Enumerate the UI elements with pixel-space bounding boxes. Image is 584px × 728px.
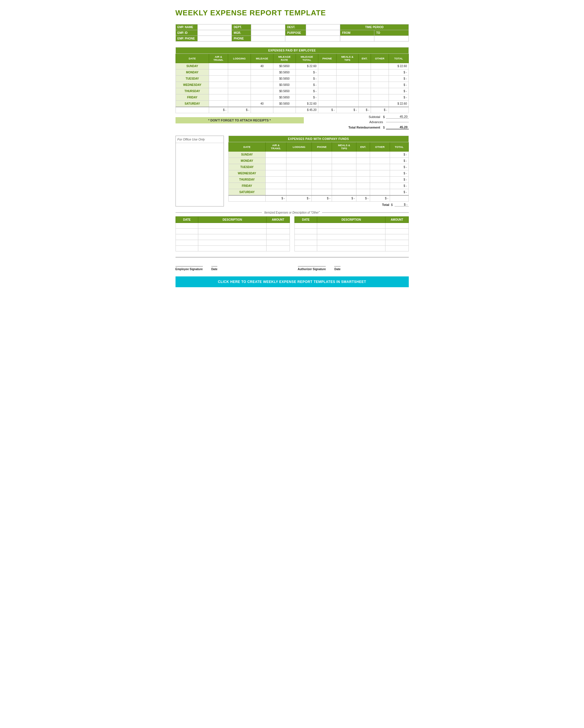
item-desc[interactable] xyxy=(198,240,266,246)
item-desc[interactable] xyxy=(198,246,266,251)
comp-meals-value[interactable] xyxy=(332,189,356,196)
mileage-value[interactable] xyxy=(251,88,273,95)
item-amount[interactable] xyxy=(266,234,289,240)
lodging-value[interactable] xyxy=(228,76,251,82)
lodging-value[interactable] xyxy=(228,95,251,101)
comp-other-value[interactable] xyxy=(370,158,390,164)
ent-value[interactable] xyxy=(358,69,371,76)
air-value[interactable] xyxy=(209,69,228,76)
mileage-value[interactable]: 40 xyxy=(251,101,273,107)
comp-lodging-value[interactable] xyxy=(286,189,312,196)
item-date-r[interactable] xyxy=(295,240,317,246)
comp-air-value[interactable] xyxy=(265,170,286,177)
comp-ent-value[interactable] xyxy=(356,158,370,164)
comp-air-value[interactable] xyxy=(265,189,286,196)
comp-air-value[interactable] xyxy=(265,177,286,183)
advances-value[interactable] xyxy=(386,122,409,122)
item-desc-r[interactable] xyxy=(317,240,385,246)
item-desc[interactable] xyxy=(198,229,266,234)
comp-meals-value[interactable] xyxy=(332,183,356,189)
item-desc-r[interactable] xyxy=(317,246,385,251)
phone-value[interactable] xyxy=(318,101,336,107)
lodging-value[interactable] xyxy=(228,88,251,95)
comp-phone-value[interactable] xyxy=(312,158,332,164)
comp-phone-value[interactable] xyxy=(312,164,332,170)
air-value[interactable] xyxy=(209,76,228,82)
purpose-value[interactable] xyxy=(306,30,340,36)
air-value[interactable] xyxy=(209,63,228,69)
meals-value[interactable] xyxy=(336,69,358,76)
emp-phone-value[interactable] xyxy=(198,36,232,42)
item-date-r[interactable] xyxy=(295,234,317,240)
ent-value[interactable] xyxy=(358,76,371,82)
item-amount[interactable] xyxy=(266,223,289,229)
purpose-value-2[interactable] xyxy=(285,36,340,42)
comp-ent-value[interactable] xyxy=(356,183,370,189)
comp-lodging-value[interactable] xyxy=(286,177,312,183)
phone-value[interactable] xyxy=(318,76,336,82)
item-amount[interactable] xyxy=(266,229,289,234)
to-value[interactable] xyxy=(374,36,408,42)
item-amount[interactable] xyxy=(266,240,289,246)
comp-lodging-value[interactable] xyxy=(286,158,312,164)
item-amount-r[interactable] xyxy=(385,223,408,229)
comp-ent-value[interactable] xyxy=(356,177,370,183)
item-date-r[interactable] xyxy=(295,229,317,234)
phone-value[interactable] xyxy=(318,88,336,95)
ent-value[interactable] xyxy=(358,101,371,107)
meals-value[interactable] xyxy=(336,95,358,101)
item-date[interactable] xyxy=(176,246,198,251)
comp-air-value[interactable] xyxy=(265,183,286,189)
item-date[interactable] xyxy=(176,240,198,246)
comp-meals-value[interactable] xyxy=(332,170,356,177)
mgr-value[interactable] xyxy=(251,30,285,36)
other-value[interactable] xyxy=(371,69,388,76)
comp-ent-value[interactable] xyxy=(356,152,370,158)
comp-other-value[interactable] xyxy=(370,183,390,189)
dept-value[interactable] xyxy=(251,24,285,30)
phone-value[interactable] xyxy=(318,95,336,101)
comp-lodging-value[interactable] xyxy=(286,164,312,170)
item-desc[interactable] xyxy=(198,234,266,240)
cta-banner[interactable]: CLICK HERE TO CREATE WEEKLY EXPENSE REPO… xyxy=(176,277,409,287)
other-value[interactable] xyxy=(371,88,388,95)
item-amount-r[interactable] xyxy=(385,234,408,240)
comp-other-value[interactable] xyxy=(370,164,390,170)
lodging-value[interactable] xyxy=(228,63,251,69)
item-amount-r[interactable] xyxy=(385,246,408,251)
other-value[interactable] xyxy=(371,63,388,69)
from-value[interactable] xyxy=(340,36,374,42)
comp-other-value[interactable] xyxy=(370,189,390,196)
emp-name-value[interactable] xyxy=(198,24,232,30)
comp-air-value[interactable] xyxy=(265,158,286,164)
item-amount-r[interactable] xyxy=(385,229,408,234)
comp-phone-value[interactable] xyxy=(312,170,332,177)
dest-value[interactable] xyxy=(306,24,340,30)
meals-value[interactable] xyxy=(336,63,358,69)
item-desc-r[interactable] xyxy=(317,229,385,234)
item-date-r[interactable] xyxy=(295,223,317,229)
mileage-value[interactable]: 40 xyxy=(251,63,273,69)
meals-value[interactable] xyxy=(336,88,358,95)
other-value[interactable] xyxy=(371,95,388,101)
ent-value[interactable] xyxy=(358,82,371,88)
comp-ent-value[interactable] xyxy=(356,170,370,177)
meals-value[interactable] xyxy=(336,101,358,107)
phone-value[interactable] xyxy=(318,63,336,69)
comp-lodging-value[interactable] xyxy=(286,170,312,177)
comp-air-value[interactable] xyxy=(265,164,286,170)
comp-phone-value[interactable] xyxy=(312,152,332,158)
other-value[interactable] xyxy=(371,82,388,88)
air-value[interactable] xyxy=(209,95,228,101)
comp-other-value[interactable] xyxy=(370,170,390,177)
item-date[interactable] xyxy=(176,229,198,234)
comp-phone-value[interactable] xyxy=(312,177,332,183)
phone-value[interactable] xyxy=(318,69,336,76)
phone-value[interactable] xyxy=(251,36,285,42)
comp-other-value[interactable] xyxy=(370,152,390,158)
mileage-value[interactable] xyxy=(251,95,273,101)
ent-value[interactable] xyxy=(358,63,371,69)
comp-lodging-value[interactable] xyxy=(286,183,312,189)
mileage-value[interactable] xyxy=(251,82,273,88)
item-amount[interactable] xyxy=(266,246,289,251)
